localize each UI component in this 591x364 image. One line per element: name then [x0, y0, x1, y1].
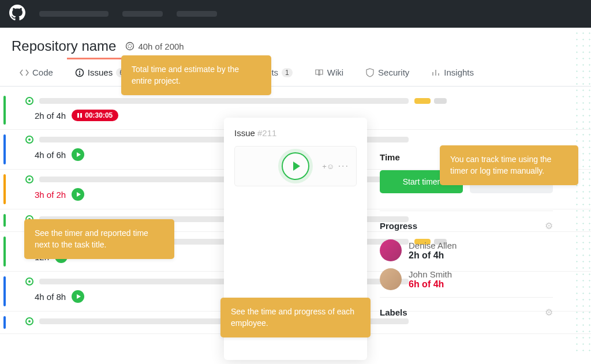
status-bar: [3, 96, 6, 125]
open-issue-icon: [25, 136, 33, 144]
person-time: 6h of 4h: [409, 279, 452, 290]
play-icon[interactable]: [72, 290, 84, 303]
svg-point-0: [126, 43, 134, 50]
gear-icon[interactable]: ⚙: [545, 220, 553, 231]
tab-label: Issues: [88, 67, 113, 77]
issue-time-text: 3h of 2h: [35, 190, 66, 200]
open-issue-icon: [25, 317, 33, 325]
open-issue-icon: [25, 175, 33, 183]
person-time: 2h of 4h: [409, 250, 457, 261]
tab-label: Wiki: [327, 67, 343, 77]
repo-name: Repository name: [12, 38, 116, 54]
issue-time-text: 4h of 8h: [35, 292, 66, 302]
github-topbar: [0, 0, 591, 28]
issue-label: Issue: [234, 128, 255, 138]
repo-header: Repository name 40h of 200h: [0, 28, 591, 59]
repo-time-summary: 40h of 200h: [125, 42, 184, 51]
issue-number: #211: [257, 128, 276, 138]
tooltip-task-timer: See the timer and reported time next to …: [24, 219, 174, 259]
labels-heading: Labels: [380, 307, 407, 317]
tooltip-emp-progress: See the time and progress of each employ…: [220, 298, 371, 337]
nav-placeholder: [39, 11, 109, 17]
running-timer-badge[interactable]: 00:30:05: [72, 110, 118, 121]
person-name: John Smith: [409, 269, 452, 279]
comment-box[interactable]: +☺ ···: [234, 146, 357, 186]
status-bar: [3, 174, 6, 204]
repo-time-text: 40h of 200h: [138, 42, 184, 51]
avatar: [380, 268, 402, 290]
emoji-button[interactable]: +☺: [322, 162, 334, 171]
tooltip-project-time: Total time and estimate by the entire pr…: [121, 55, 271, 95]
github-logo-icon[interactable]: [9, 5, 25, 23]
avatar: [380, 239, 402, 261]
play-icon[interactable]: [72, 148, 84, 161]
label-chip: [434, 98, 447, 104]
tab-security[interactable]: Security: [357, 59, 417, 86]
progress-person: John Smith6h of 4h: [380, 268, 553, 290]
person-name: Denise Allen: [409, 241, 457, 250]
status-bar: [3, 276, 6, 306]
status-bar: [3, 237, 6, 267]
more-icon[interactable]: ···: [338, 161, 349, 171]
tab-label: Security: [378, 67, 409, 77]
pause-icon: [77, 113, 82, 118]
tooltip-track-time: You can track time using the timer or lo…: [440, 145, 578, 185]
nav-placeholder: [122, 11, 163, 17]
issue-time-text: 4h of 6h: [35, 150, 66, 160]
open-issue-icon: [25, 97, 33, 105]
tab-label: Code: [32, 67, 53, 77]
label-chips: [414, 98, 447, 104]
timer-value: 00:30:05: [85, 111, 113, 119]
projects-count-badge: 1: [282, 68, 293, 77]
status-bar: [3, 214, 6, 227]
status-bar: [3, 134, 6, 164]
play-timer-icon[interactable]: [282, 152, 309, 180]
tab-code[interactable]: Code: [12, 59, 61, 86]
repo-tabs: Code Issues 6 rojects 1 Wiki Security In…: [0, 59, 591, 87]
tab-wiki[interactable]: Wiki: [306, 59, 351, 86]
svg-point-4: [79, 74, 80, 74]
svg-point-1: [128, 44, 132, 48]
nav-placeholder: [177, 11, 217, 17]
issue-time-text: 2h of 4h: [35, 111, 66, 121]
play-icon[interactable]: [72, 188, 84, 201]
tab-label: Insights: [444, 67, 474, 77]
progress-heading: Progress: [380, 221, 417, 231]
gear-icon[interactable]: ⚙: [545, 307, 553, 318]
issue-detail-header: Issue #211: [234, 128, 357, 138]
tab-insights[interactable]: Insights: [423, 59, 482, 86]
label-chip: [414, 98, 431, 104]
status-bar: [3, 316, 6, 329]
issue-title-row: [25, 97, 579, 105]
issue-title-placeholder: [39, 98, 409, 104]
open-issue-icon: [25, 277, 33, 286]
progress-person: Denise Allen2h of 4h: [380, 239, 553, 261]
